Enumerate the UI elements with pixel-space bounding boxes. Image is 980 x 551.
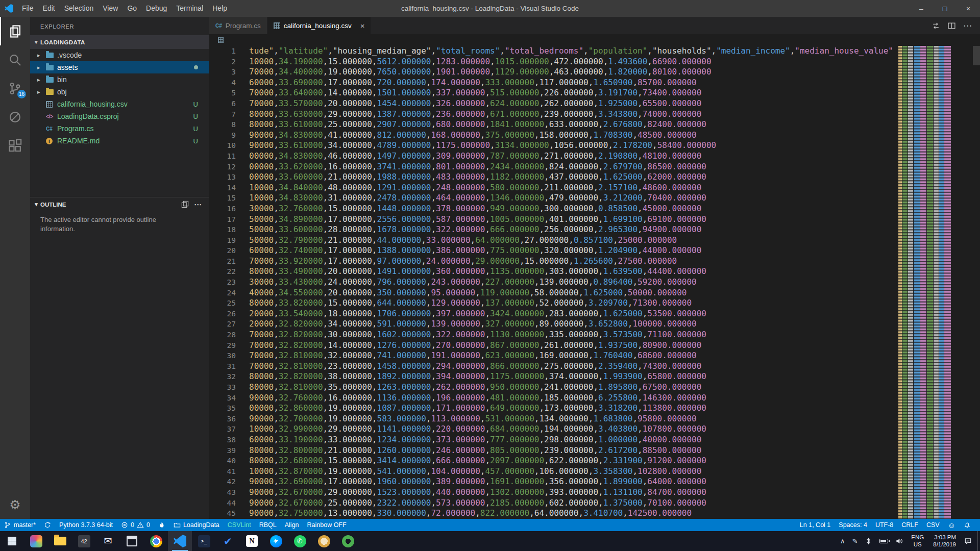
maximize-button[interactable]: □ xyxy=(933,0,957,17)
code-line[interactable]: 3070000,32.810000,32.000000,741.000000,1… xyxy=(209,350,898,361)
cursor-position-status[interactable]: Ln 1, Col 1 xyxy=(796,519,835,531)
notion-icon[interactable]: N xyxy=(240,531,264,551)
minimize-button[interactable]: – xyxy=(910,0,933,17)
rainbow-toggle[interactable]: Rainbow OFF xyxy=(303,519,351,531)
taskbar-clock[interactable]: 3:03 PM 8/1/2019 xyxy=(928,534,961,548)
bluetooth-icon[interactable] xyxy=(861,531,876,551)
tree-item-obj[interactable]: ▸ obj xyxy=(30,86,209,98)
code-line[interactable]: 1750000,34.890000,17.000000,2556.000000,… xyxy=(209,214,898,225)
file-explorer-icon[interactable] xyxy=(48,531,72,551)
menu-edit[interactable]: Edit xyxy=(38,0,60,17)
code-line[interactable]: 2970000,32.820000,14.000000,1276.000000,… xyxy=(209,340,898,351)
code-line[interactable]: 4490000,32.670000,25.000000,2322.000000,… xyxy=(209,498,898,509)
code-line[interactable]: 370000,34.400000,19.000000,7650.000000,1… xyxy=(209,67,898,78)
code-line[interactable]: 2620000,33.540000,18.000000,1706.000000,… xyxy=(209,309,898,319)
collapse-all-icon[interactable] xyxy=(181,201,189,208)
tree-item-readme-md[interactable]: i README.md U xyxy=(30,135,209,147)
code-line[interactable]: 3490000,32.760000,16.000000,1136.000000,… xyxy=(209,393,898,404)
app-42-icon[interactable]: 42 xyxy=(72,531,96,551)
sync-button[interactable] xyxy=(40,519,55,531)
paint3d-icon[interactable] xyxy=(24,531,48,551)
code-line[interactable]: 3860000,33.190000,33.000000,1234.000000,… xyxy=(209,435,898,445)
volume-icon[interactable] xyxy=(892,531,906,551)
close-icon[interactable]: × xyxy=(360,21,365,30)
feedback-smiley-icon[interactable]: ☺ xyxy=(944,519,960,531)
tree-item-california-housing-csv[interactable]: california_housing.csv U xyxy=(30,98,209,110)
outline-header[interactable]: ▾ OUTLINE ⋯ xyxy=(30,197,209,211)
menu-go[interactable]: Go xyxy=(122,0,141,17)
code-line[interactable]: 1300000,33.600000,21.000000,1988.000000,… xyxy=(209,172,898,183)
code-line[interactable]: 2330000,33.430000,24.000000,796.000000,2… xyxy=(209,277,898,288)
code-line[interactable]: 4590000,32.750000,13.000000,330.000000,7… xyxy=(209,508,898,519)
align-button[interactable]: Align xyxy=(281,519,303,531)
chrome-icon[interactable] xyxy=(144,531,168,551)
code-line[interactable]: 1850000,33.600000,28.000000,1678.000000,… xyxy=(209,224,898,235)
tree-item-vscode[interactable]: ▸ .vscode xyxy=(30,49,209,61)
round-app-icon[interactable] xyxy=(312,531,336,551)
code-line[interactable]: 3710000,32.990000,29.000000,1141.000000,… xyxy=(209,424,898,435)
language-indicator[interactable]: ENG US xyxy=(906,534,928,548)
encoding-status[interactable]: UTF-8 xyxy=(871,519,897,531)
code-line[interactable]: 2060000,32.740000,17.000000,1388.000000,… xyxy=(209,245,898,256)
start-button[interactable] xyxy=(0,531,24,551)
notifications-bell-icon[interactable] xyxy=(960,519,975,531)
git-branch-status[interactable]: master* xyxy=(0,519,40,531)
python-version-status[interactable]: Python 3.7.3 64-bit xyxy=(55,519,117,531)
code-line[interactable]: 3980000,32.800000,21.000000,1260.000000,… xyxy=(209,445,898,456)
code-line[interactable]: 3500000,32.860000,19.000000,1087.000000,… xyxy=(209,403,898,414)
extensions-icon[interactable] xyxy=(0,131,30,160)
battery-icon[interactable] xyxy=(876,531,892,551)
code-line[interactable]: 210000,34.190000,15.000000,5612.000000,1… xyxy=(209,57,898,67)
close-window-button[interactable]: × xyxy=(957,0,980,17)
open-changes-icon[interactable] xyxy=(932,21,940,30)
code-line[interactable]: 1200000,33.620000,16.000000,3741.000000,… xyxy=(209,162,898,172)
tray-chevron-up-icon[interactable]: ∧ xyxy=(837,531,849,551)
code-line[interactable]: 2870000,32.820000,30.000000,1602.000000,… xyxy=(209,330,898,340)
code-line[interactable]: 1090000,33.610000,34.000000,4789.000000,… xyxy=(209,140,898,151)
code-line[interactable]: 4110000,32.870000,19.000000,541.000000,1… xyxy=(209,466,898,477)
tree-item-program-cs[interactable]: C# Program.cs U xyxy=(30,122,209,135)
code-line[interactable]: 2580000,33.820000,15.000000,644.000000,1… xyxy=(209,298,898,309)
section-header-loadingdata[interactable]: ▾ LOADINGDATA xyxy=(30,35,209,49)
code-line[interactable]: 3170000,32.810000,23.000000,1458.000000,… xyxy=(209,361,898,372)
split-editor-icon[interactable] xyxy=(947,21,956,30)
powershell-icon[interactable]: >_ xyxy=(192,531,216,551)
code-line[interactable]: 2720000,32.820000,34.000000,591.000000,1… xyxy=(209,319,898,330)
code-line[interactable]: 670000,33.570000,20.000000,1454.000000,3… xyxy=(209,98,898,109)
code-line[interactable]: 1410000,34.840000,48.000000,1291.000000,… xyxy=(209,183,898,193)
code-line[interactable]: 1630000,32.760000,15.000000,1448.000000,… xyxy=(209,204,898,214)
code-line[interactable]: 880000,33.610000,25.000000,2907.000000,6… xyxy=(209,119,898,130)
more-actions-icon[interactable]: ⋯ xyxy=(963,20,972,31)
indentation-status[interactable]: Spaces: 4 xyxy=(835,519,871,531)
code-line[interactable]: 990000,34.830000,41.000000,812.000000,16… xyxy=(209,130,898,141)
mail-icon[interactable]: ✉ xyxy=(96,531,120,551)
menu-selection[interactable]: Selection xyxy=(60,0,99,17)
scrollbar-thumb[interactable] xyxy=(973,46,980,65)
code-line[interactable]: 4390000,32.670000,29.000000,1523.000000,… xyxy=(209,487,898,498)
more-actions-icon[interactable]: ⋯ xyxy=(194,200,202,209)
tree-item-assets[interactable]: ▸ assets xyxy=(30,61,209,73)
code-line[interactable]: 2170000,33.920000,17.000000,97.000000,24… xyxy=(209,256,898,267)
code-line[interactable]: 3280000,32.820000,38.000000,1892.000000,… xyxy=(209,371,898,382)
language-mode-status[interactable]: CSV xyxy=(922,519,944,531)
explorer-icon[interactable] xyxy=(0,17,30,45)
code-line[interactable]: 1100000,34.830000,46.000000,1497.000000,… xyxy=(209,151,898,162)
tree-item-loadingdata-csproj[interactable]: </> LoadingData.csproj U xyxy=(30,110,209,122)
tree-item-bin[interactable]: ▸ bin xyxy=(30,73,209,86)
code-line[interactable]: 780000,33.630000,29.000000,1387.000000,2… xyxy=(209,109,898,120)
tab-program-cs[interactable]: C# Program.cs xyxy=(209,17,267,34)
whatsapp-icon[interactable]: ✆ xyxy=(288,531,312,551)
action-center-icon[interactable] xyxy=(961,531,975,551)
project-folder-status[interactable]: LoadingData xyxy=(169,519,224,531)
todo-check-icon[interactable]: ✔ xyxy=(216,531,240,551)
csvlint-status[interactable]: CSVLint xyxy=(224,519,255,531)
eol-status[interactable]: CRLF xyxy=(897,519,922,531)
menu-help[interactable]: Help xyxy=(208,0,232,17)
menu-terminal[interactable]: Terminal xyxy=(172,0,208,17)
code-line[interactable]: 1950000,32.790000,21.000000,44.000000,33… xyxy=(209,235,898,246)
scrollbar-track[interactable] xyxy=(957,46,980,519)
pen-icon[interactable]: ✎ xyxy=(848,531,861,551)
code-line[interactable]: 570000,33.640000,14.000000,1501.000000,3… xyxy=(209,88,898,98)
flame-icon-status[interactable] xyxy=(154,519,169,531)
code-line[interactable]: 1tude","latitude","housing_median_age","… xyxy=(209,46,898,57)
